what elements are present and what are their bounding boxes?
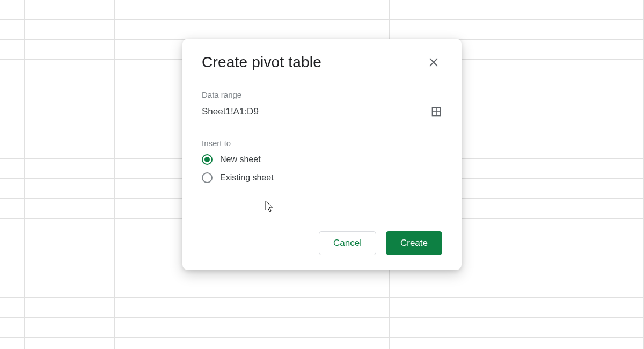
grid-cell[interactable] [475,238,560,258]
grid-cell[interactable] [560,199,644,219]
grid-cell[interactable] [207,20,298,40]
grid-cell[interactable] [115,318,207,338]
grid-cell[interactable] [475,338,560,349]
grid-cell[interactable] [0,298,25,318]
cancel-button[interactable]: Cancel [319,231,376,255]
create-button[interactable]: Create [386,231,442,255]
grid-cell[interactable] [0,99,25,119]
grid-cell[interactable] [25,238,115,258]
grid-cell[interactable] [0,60,25,79]
grid-cell[interactable] [298,338,390,349]
grid-cell[interactable] [475,20,560,40]
grid-cell[interactable] [560,159,644,179]
grid-cell[interactable] [560,219,644,238]
radio-new-sheet[interactable]: New sheet [202,154,442,165]
grid-cell[interactable] [298,20,390,40]
grid-cell[interactable] [475,139,560,159]
grid-cell[interactable] [0,318,25,338]
grid-cell[interactable] [475,278,560,298]
grid-cell[interactable] [475,318,560,338]
grid-cell[interactable] [475,219,560,238]
grid-cell[interactable] [560,338,644,349]
grid-cell[interactable] [25,20,115,40]
radio-existing-sheet[interactable]: Existing sheet [202,172,442,183]
grid-cell[interactable] [25,199,115,219]
grid-cell[interactable] [390,318,475,338]
close-button[interactable] [425,54,442,71]
grid-cell[interactable] [0,20,25,40]
grid-cell[interactable] [0,139,25,159]
grid-cell[interactable] [475,99,560,119]
grid-cell[interactable] [115,278,207,298]
grid-cell[interactable] [25,338,115,349]
grid-cell[interactable] [25,99,115,119]
grid-cell[interactable] [560,298,644,318]
grid-cell[interactable] [475,60,560,79]
grid-cell[interactable] [560,238,644,258]
grid-cell[interactable] [0,159,25,179]
grid-cell[interactable] [298,318,390,338]
grid-cell[interactable] [207,298,298,318]
grid-cell[interactable] [560,20,644,40]
grid-cell[interactable] [475,79,560,99]
grid-cell[interactable] [0,238,25,258]
grid-cell[interactable] [0,79,25,99]
grid-cell[interactable] [560,60,644,79]
grid-cell[interactable] [0,179,25,199]
data-range-input[interactable] [202,106,430,117]
grid-cell[interactable] [298,298,390,318]
grid-cell[interactable] [560,139,644,159]
grid-cell[interactable] [115,298,207,318]
grid-cell[interactable] [25,258,115,278]
grid-cell[interactable] [390,0,475,20]
grid-cell[interactable] [0,278,25,298]
grid-cell[interactable] [207,0,298,20]
grid-cell[interactable] [25,179,115,199]
grid-cell[interactable] [475,0,560,20]
grid-cell[interactable] [207,278,298,298]
grid-cell[interactable] [560,119,644,139]
grid-cell[interactable] [0,199,25,219]
grid-cell[interactable] [0,219,25,238]
grid-cell[interactable] [0,258,25,278]
grid-cell[interactable] [115,20,207,40]
grid-cell[interactable] [207,338,298,349]
grid-cell[interactable] [25,159,115,179]
grid-cell[interactable] [25,139,115,159]
grid-cell[interactable] [475,119,560,139]
grid-cell[interactable] [390,278,475,298]
grid-cell[interactable] [25,60,115,79]
grid-cell[interactable] [560,99,644,119]
grid-cell[interactable] [475,40,560,60]
grid-cell[interactable] [475,298,560,318]
grid-cell[interactable] [0,338,25,349]
grid-cell[interactable] [25,0,115,20]
grid-cell[interactable] [560,278,644,298]
grid-cell[interactable] [560,79,644,99]
grid-cell[interactable] [25,219,115,238]
grid-cell[interactable] [475,159,560,179]
grid-cell[interactable] [25,298,115,318]
grid-cell[interactable] [390,338,475,349]
grid-cell[interactable] [390,298,475,318]
grid-cell[interactable] [25,79,115,99]
grid-cell[interactable] [25,119,115,139]
grid-cell[interactable] [207,318,298,338]
grid-cell[interactable] [560,318,644,338]
grid-cell[interactable] [390,20,475,40]
grid-cell[interactable] [298,0,390,20]
grid-cell[interactable] [560,179,644,199]
grid-cell[interactable] [0,119,25,139]
grid-cell[interactable] [560,40,644,60]
grid-cell[interactable] [0,40,25,60]
grid-cell[interactable] [560,0,644,20]
grid-cell[interactable] [25,40,115,60]
grid-cell[interactable] [298,278,390,298]
grid-cell[interactable] [0,0,25,20]
grid-cell[interactable] [475,179,560,199]
select-range-button[interactable] [430,106,442,118]
grid-cell[interactable] [25,318,115,338]
grid-cell[interactable] [475,258,560,278]
grid-cell[interactable] [560,258,644,278]
grid-cell[interactable] [115,0,207,20]
